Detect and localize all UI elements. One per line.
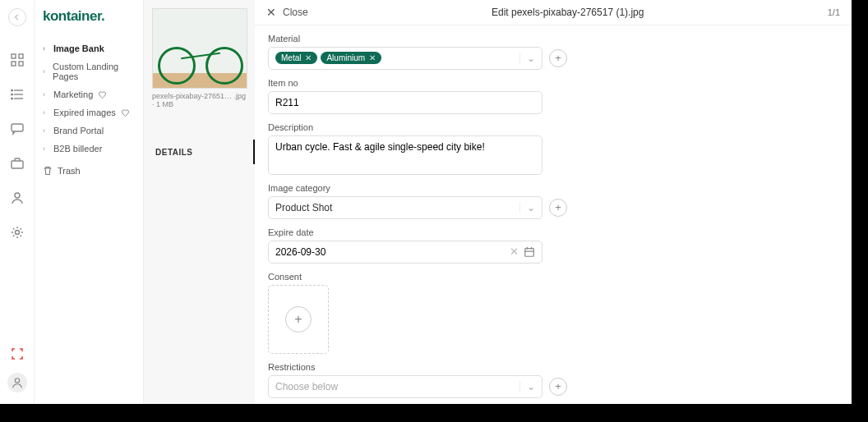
image-category-field: Image category Product Shot ⌄ + (268, 183, 838, 219)
sidebar-item-marketing[interactable]: ›Marketing (43, 85, 135, 103)
sidebar-item-brand-portal[interactable]: ›Brand Portal (43, 122, 135, 140)
expire-date-label: Expire date (268, 227, 838, 237)
briefcase-icon[interactable] (10, 156, 25, 171)
editor-title: Edit pexels-pixabay-276517 (1).jpg (308, 7, 828, 18)
material-chip-metal[interactable]: Metal✕ (275, 52, 317, 64)
image-category-value: Product Shot (275, 202, 332, 213)
material-field: Material Metal✕ Aluminium✕ ⌄ + (268, 34, 838, 70)
add-restriction-button[interactable]: + (549, 378, 567, 396)
list-icon[interactable] (10, 87, 25, 102)
clear-date-icon[interactable]: ✕ (510, 245, 519, 258)
restrictions-label: Restrictions (268, 362, 838, 372)
preview-thumbnail[interactable] (152, 8, 247, 89)
remove-tag-icon[interactable]: ✕ (369, 53, 376, 62)
chat-icon[interactable] (10, 122, 25, 136)
restrictions-select[interactable]: Choose below ⌄ (268, 375, 542, 398)
close-icon: ✕ (266, 6, 276, 19)
svg-rect-11 (12, 161, 23, 168)
sidebar-item-expired[interactable]: ›Expired images (43, 103, 135, 122)
sidebar-item-b2b[interactable]: ›B2B billeder (43, 140, 135, 158)
editor-header: ✕ Close Edit pexels-pixabay-276517 (1).j… (255, 0, 852, 25)
sidebar-item-label: Custom Landing Pages (53, 62, 135, 81)
svg-point-12 (15, 193, 20, 198)
item-no-input[interactable] (268, 91, 542, 114)
chevron-down-icon[interactable]: ⌄ (519, 53, 535, 64)
heart-icon (98, 90, 107, 99)
svg-point-7 (11, 89, 12, 91)
material-select[interactable]: Metal✕ Aluminium✕ ⌄ (268, 47, 542, 70)
details-tab[interactable]: DETAILS (144, 140, 255, 164)
page-indicator: 1/1 (828, 7, 840, 17)
folder-nav: kontainer. ›Image Bank ›Custom Landing P… (35, 0, 143, 404)
trash-label: Trash (58, 166, 81, 176)
svg-rect-10 (12, 124, 23, 131)
add-category-button[interactable]: + (549, 199, 567, 217)
target-icon[interactable] (10, 346, 25, 361)
svg-point-14 (15, 378, 19, 383)
svg-point-8 (11, 94, 12, 95)
sidebar-item-label: Image Bank (53, 44, 104, 53)
svg-point-9 (11, 98, 12, 99)
grid-icon[interactable] (10, 53, 25, 67)
expire-date-field: Expire date ✕ (268, 227, 838, 264)
collapse-sidebar-button[interactable] (8, 8, 26, 26)
sidebar-item-label: Expired images (53, 108, 116, 117)
avatar[interactable] (7, 373, 27, 392)
sidebar-item-label: Brand Portal (53, 126, 104, 135)
sidebar-item-label: B2B billeder (53, 144, 102, 154)
close-button[interactable]: ✕ Close (266, 6, 308, 19)
close-label: Close (283, 7, 308, 18)
plus-icon: + (285, 306, 312, 333)
gear-icon[interactable] (10, 225, 25, 240)
add-material-button[interactable]: + (549, 49, 567, 67)
user-icon[interactable] (10, 190, 25, 205)
heart-icon (121, 108, 130, 117)
svg-rect-0 (12, 54, 16, 58)
editor: ✕ Close Edit pexels-pixabay-276517 (1).j… (255, 0, 852, 404)
restrictions-placeholder: Choose below (275, 381, 338, 392)
consent-label: Consent (268, 272, 838, 282)
expire-date-input[interactable]: ✕ (268, 241, 542, 264)
icon-rail (0, 0, 35, 404)
svg-rect-1 (19, 54, 23, 58)
preview-meta: pexels-pixabay-27651… .jpg · 1 MB (144, 92, 255, 115)
material-chip-aluminium[interactable]: Aluminium✕ (321, 52, 381, 64)
svg-rect-3 (19, 62, 23, 66)
description-textarea[interactable] (268, 135, 542, 175)
sidebar-item-image-bank[interactable]: ›Image Bank (43, 39, 135, 57)
chevron-down-icon[interactable]: ⌄ (519, 202, 535, 213)
sidebar-item-custom-landing[interactable]: ›Custom Landing Pages (43, 57, 135, 85)
image-category-label: Image category (268, 183, 838, 193)
item-no-label: Item no (268, 78, 838, 88)
svg-rect-2 (12, 62, 16, 66)
description-label: Description (268, 122, 838, 132)
svg-point-13 (15, 231, 19, 235)
consent-field: Consent + (268, 272, 838, 354)
restrictions-field: Restrictions Choose below ⌄ + (268, 362, 838, 398)
svg-rect-15 (525, 248, 534, 256)
trash-icon (43, 166, 53, 176)
material-label: Material (268, 34, 838, 44)
calendar-icon[interactable] (524, 246, 535, 258)
item-no-field: Item no (268, 78, 838, 114)
preview-panel: pexels-pixabay-27651… .jpg · 1 MB DETAIL… (143, 0, 255, 404)
sidebar-trash[interactable]: Trash (43, 166, 135, 176)
chevron-down-icon[interactable]: ⌄ (519, 381, 535, 392)
consent-upload[interactable]: + (268, 285, 329, 354)
remove-tag-icon[interactable]: ✕ (305, 53, 312, 62)
sidebar-item-label: Marketing (53, 89, 93, 99)
description-field: Description (268, 122, 838, 175)
logo: kontainer. (43, 8, 135, 25)
image-category-select[interactable]: Product Shot ⌄ (268, 196, 542, 219)
